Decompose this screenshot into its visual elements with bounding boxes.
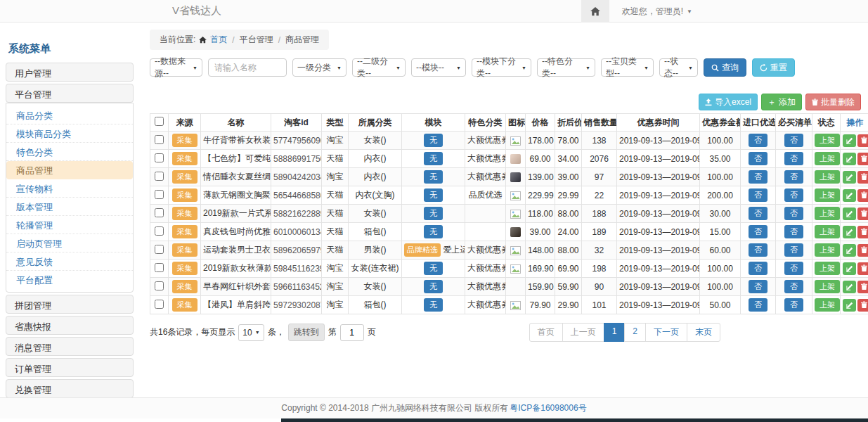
- status-toggle[interactable]: 上架: [815, 152, 840, 165]
- sidebar-subitem[interactable]: 版本管理: [6, 198, 133, 216]
- sidebar-group[interactable]: 兑换管理: [6, 379, 134, 398]
- filter-select[interactable]: --二级分类--▼: [352, 58, 406, 77]
- delete-button[interactable]: [857, 226, 868, 238]
- sidebar-group[interactable]: 用户管理: [6, 63, 134, 82]
- icp-link[interactable]: 粤ICP备16098006号: [510, 402, 586, 414]
- edit-button[interactable]: [843, 299, 856, 312]
- page-size-select[interactable]: 10 ▼: [238, 324, 264, 341]
- filter-select[interactable]: --特色分类--▼: [537, 58, 595, 77]
- sidebar-group[interactable]: 平台管理: [6, 84, 134, 103]
- import-select-toggle[interactable]: 否: [749, 225, 767, 238]
- must-buy-toggle[interactable]: 否: [784, 225, 803, 238]
- row-checkbox[interactable]: [155, 281, 164, 290]
- status-toggle[interactable]: 上架: [815, 225, 840, 238]
- status-toggle[interactable]: 上架: [815, 298, 840, 312]
- sidebar-group[interactable]: 消息管理: [6, 337, 134, 356]
- edit-button[interactable]: [843, 153, 856, 165]
- edit-button[interactable]: [843, 226, 856, 238]
- import-excel-button[interactable]: 导入excel: [699, 94, 758, 110]
- edit-button[interactable]: [843, 281, 856, 293]
- edit-button[interactable]: [843, 207, 856, 220]
- import-select-toggle[interactable]: 否: [749, 152, 767, 165]
- edit-button[interactable]: [843, 171, 856, 184]
- delete-button[interactable]: [857, 244, 868, 257]
- jump-button[interactable]: 跳转到: [288, 324, 325, 341]
- add-button[interactable]: ＋ 添加: [761, 94, 802, 110]
- page-button[interactable]: 1: [604, 323, 626, 342]
- sidebar-group[interactable]: 订单管理: [6, 358, 134, 377]
- import-select-toggle[interactable]: 否: [749, 170, 767, 184]
- must-buy-toggle[interactable]: 否: [784, 262, 803, 275]
- batch-delete-button[interactable]: 批量删除: [805, 94, 861, 110]
- query-button[interactable]: 查询: [704, 58, 746, 77]
- import-select-toggle[interactable]: 否: [749, 298, 767, 312]
- import-select-toggle[interactable]: 否: [749, 207, 767, 220]
- edit-button[interactable]: [843, 189, 856, 202]
- filter-select[interactable]: --状态--▼: [659, 58, 698, 77]
- must-buy-toggle[interactable]: 否: [784, 298, 803, 312]
- sidebar-subitem[interactable]: 商品管理: [6, 161, 133, 179]
- filter-select[interactable]: --模块--▼: [411, 58, 466, 77]
- import-select-toggle[interactable]: 否: [749, 262, 767, 275]
- home-button[interactable]: [581, 0, 609, 23]
- must-buy-toggle[interactable]: 否: [784, 207, 803, 220]
- delete-button[interactable]: [857, 189, 868, 202]
- filter-select[interactable]: --数据来源--▼: [150, 58, 202, 77]
- delete-button[interactable]: [857, 299, 868, 312]
- status-toggle[interactable]: 上架: [815, 170, 840, 184]
- row-checkbox[interactable]: [155, 208, 164, 217]
- page-button[interactable]: 下一页: [645, 323, 687, 342]
- edit-button[interactable]: [843, 244, 856, 257]
- import-select-toggle[interactable]: 否: [749, 280, 767, 293]
- reset-button[interactable]: 重置: [752, 58, 795, 77]
- sidebar-subitem[interactable]: 启动页管理: [6, 234, 133, 252]
- sidebar-subitem[interactable]: 意见反馈: [6, 252, 133, 271]
- page-button[interactable]: 末页: [687, 323, 720, 342]
- row-checkbox[interactable]: [155, 135, 164, 144]
- must-buy-toggle[interactable]: 否: [784, 280, 803, 293]
- status-toggle[interactable]: 上架: [815, 207, 840, 220]
- import-select-toggle[interactable]: 否: [749, 243, 767, 257]
- sidebar-subitem[interactable]: 商品分类: [6, 106, 133, 124]
- row-checkbox[interactable]: [155, 153, 164, 162]
- page-button[interactable]: 2: [624, 323, 646, 342]
- delete-button[interactable]: [857, 207, 868, 220]
- delete-button[interactable]: [857, 171, 868, 184]
- row-checkbox[interactable]: [155, 300, 164, 309]
- must-buy-toggle[interactable]: 否: [784, 152, 803, 165]
- edit-button[interactable]: [843, 134, 856, 147]
- select-all-checkbox[interactable]: [155, 117, 164, 126]
- sidebar-group[interactable]: 拼团管理: [6, 295, 134, 314]
- must-buy-toggle[interactable]: 否: [784, 243, 803, 257]
- must-buy-toggle[interactable]: 否: [784, 170, 803, 184]
- sidebar-subitem[interactable]: 特色分类: [6, 143, 133, 161]
- row-checkbox[interactable]: [155, 172, 164, 181]
- row-checkbox[interactable]: [155, 226, 164, 236]
- import-select-toggle[interactable]: 否: [749, 134, 767, 147]
- delete-button[interactable]: [857, 153, 868, 165]
- sidebar-subitem[interactable]: 模块商品分类: [6, 124, 133, 143]
- jump-page-input[interactable]: [340, 324, 364, 341]
- status-toggle[interactable]: 上架: [815, 188, 840, 202]
- status-toggle[interactable]: 上架: [815, 280, 840, 293]
- name-search-input[interactable]: [208, 58, 287, 77]
- filter-select[interactable]: --模块下分类--▼: [472, 58, 531, 77]
- filter-select[interactable]: --宝贝类型--▼: [601, 58, 654, 77]
- breadcrumb-home-link[interactable]: 首页: [210, 34, 227, 46]
- import-select-toggle[interactable]: 否: [749, 188, 767, 202]
- edit-button[interactable]: [843, 262, 856, 275]
- row-checkbox[interactable]: [155, 263, 164, 272]
- delete-button[interactable]: [857, 281, 868, 293]
- row-checkbox[interactable]: [155, 245, 164, 254]
- filter-select[interactable]: 一级分类▼: [292, 58, 346, 77]
- row-checkbox[interactable]: [155, 190, 164, 199]
- user-menu[interactable]: 欢迎您，管理员! ▼: [622, 6, 692, 18]
- must-buy-toggle[interactable]: 否: [784, 188, 803, 202]
- sidebar-group[interactable]: 省惠快报: [6, 316, 134, 335]
- sidebar-subitem[interactable]: 平台配置: [6, 271, 133, 289]
- delete-button[interactable]: [857, 134, 868, 147]
- status-toggle[interactable]: 上架: [815, 262, 840, 275]
- sidebar-subitem[interactable]: 轮播管理: [6, 216, 133, 234]
- status-toggle[interactable]: 上架: [815, 134, 840, 147]
- delete-button[interactable]: [857, 262, 868, 275]
